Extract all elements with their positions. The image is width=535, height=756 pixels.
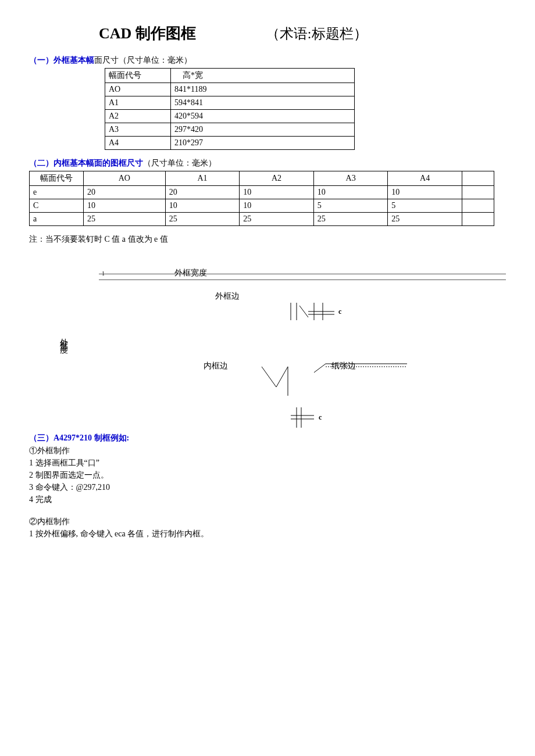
cell: 420*594 — [171, 110, 355, 123]
table-row: 幅面代号 AO A1 A2 A3 A4 — [30, 171, 494, 186]
cell: AO — [105, 83, 171, 96]
diagram-outer-width: 外框宽度 — [174, 268, 207, 278]
cell: e — [30, 186, 84, 199]
svg-line-8 — [276, 367, 288, 387]
dimension-mark-icon — [291, 303, 361, 326]
diagram-area: 1 外框宽度 外框边 c 外框高度 内框边 纸张边 c — [29, 262, 506, 425]
table-row: C 10 10 10 5 5 — [30, 199, 494, 213]
cell: 幅面代号 — [30, 171, 84, 186]
step-line: ①外框制作 — [29, 446, 506, 456]
cell — [462, 186, 494, 199]
section2-blue: （二）内框基本幅面的图框尺寸 — [29, 159, 143, 167]
step-line: 4 完成 — [29, 495, 506, 505]
diagram-line-icon — [99, 280, 506, 280]
step-line: 3 命令键入：@297,210 — [29, 482, 506, 493]
cell: 10 — [165, 199, 240, 213]
th-code: 幅面代号 — [105, 69, 171, 83]
cell: A1 — [105, 96, 171, 110]
svg-line-10 — [314, 364, 326, 372]
diagram-inner-side: 内框边 — [204, 361, 228, 371]
cell: 20 — [84, 186, 166, 199]
cell: 10 — [388, 186, 462, 199]
cell: 20 — [165, 186, 240, 199]
cell: A4 — [388, 171, 462, 186]
table-row: A4210*297 — [105, 137, 355, 150]
table-row: a 25 25 25 25 25 — [30, 213, 494, 226]
cell: 5 — [313, 199, 388, 213]
cell: C — [30, 199, 84, 213]
cell: 25 — [388, 213, 462, 226]
table-inner-sizes: 幅面代号 AO A1 A2 A3 A4 e 20 20 10 10 10 C 1… — [29, 171, 494, 226]
cell: 297*420 — [171, 123, 355, 137]
cell: 210*297 — [171, 137, 355, 150]
cell: 10 — [84, 199, 166, 213]
cell: 10 — [240, 186, 314, 199]
note-text: 注：当不须要装钉时 C 值 a 值改为 e 值 — [29, 234, 506, 245]
title-main: CAD 制作图框 — [99, 23, 196, 44]
table-outer-sizes: 幅面代号 高*宽 AO841*1189 A1594*841 A2420*594 … — [105, 68, 355, 150]
paper-line-icon — [314, 364, 407, 375]
title-row: CAD 制作图框 （术语:标题栏） — [29, 23, 506, 44]
diagram-c-label-2: c — [319, 413, 322, 422]
table-row: AO841*1189 — [105, 83, 355, 96]
table-row: 幅面代号 高*宽 — [105, 69, 355, 83]
cell — [462, 171, 494, 186]
section1-head: （一）外框基本幅面尺寸（尺寸单位：毫米） — [29, 55, 506, 66]
section1-blue: （一）外框基本幅 — [29, 56, 94, 65]
table-row: e 20 20 10 10 10 — [30, 186, 494, 199]
cell: A3 — [105, 123, 171, 137]
section1-black: 面尺寸（尺寸单位：毫米） — [94, 56, 192, 65]
step-line: 1 按外框偏移, 命令键入 eca 各值，进行制作内框。 — [29, 529, 506, 539]
th-size: 高*宽 — [171, 69, 355, 83]
cell: 25 — [165, 213, 240, 226]
diagram-outer-height: 外框高度 — [58, 332, 69, 341]
cell: A2 — [105, 110, 171, 123]
cell: a — [30, 213, 84, 226]
table-row: A2420*594 — [105, 110, 355, 123]
cell: A1 — [165, 171, 240, 186]
cell — [462, 199, 494, 213]
svg-line-2 — [299, 306, 308, 317]
svg-line-7 — [262, 367, 276, 387]
cell: A3 — [313, 171, 388, 186]
blank-line — [29, 507, 506, 515]
diagram-line-icon — [99, 274, 506, 274]
diagram-c-label: c — [338, 307, 341, 316]
cell: 841*1189 — [171, 83, 355, 96]
step-line: 2 制图界面选定一点。 — [29, 470, 506, 481]
step-line: 1 选择画框工具“口” — [29, 458, 506, 468]
table-row: A1594*841 — [105, 96, 355, 110]
cell — [462, 213, 494, 226]
cell: 25 — [84, 213, 166, 226]
cell: 10 — [240, 199, 314, 213]
diagram-outer-side: 外框边 — [215, 291, 240, 302]
cell: A2 — [240, 171, 314, 186]
cell: AO — [84, 171, 166, 186]
title-sub: （术语:标题栏） — [266, 24, 368, 43]
section2-black: （尺寸单位：毫米） — [143, 159, 216, 167]
table-row: A3297*420 — [105, 123, 355, 137]
section3-head: （三）A4297*210 制框例如: — [29, 433, 506, 443]
cell: 594*841 — [171, 96, 355, 110]
cell: 10 — [313, 186, 388, 199]
cell: A4 — [105, 137, 171, 150]
cell: 25 — [313, 213, 388, 226]
section2-head: （二）内框基本幅面的图框尺寸（尺寸单位：毫米） — [29, 158, 506, 169]
section3-blue: （三）A4297*210 制框例如: — [29, 433, 129, 442]
angle-mark-icon — [262, 367, 297, 396]
cell: 25 — [240, 213, 314, 226]
step-line: ②内框制作 — [29, 517, 506, 527]
cell: 5 — [388, 199, 462, 213]
